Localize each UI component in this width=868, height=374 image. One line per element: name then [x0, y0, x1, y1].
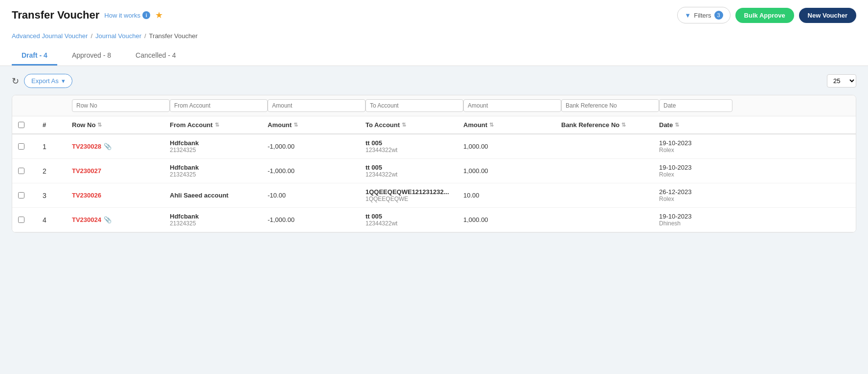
to-account-number: 12344322wt: [365, 147, 463, 154]
toolbar: ↻ Export As ▾ 25 50 100: [12, 74, 856, 88]
row-number: 1: [43, 143, 72, 151]
page-title: Transfer Voucher: [12, 9, 99, 22]
filter-row: [12, 95, 856, 116]
date-sub: Rolex: [659, 171, 732, 178]
col-bank-ref: Bank Reference No: [561, 121, 619, 129]
filter-icon: ▼: [685, 12, 691, 19]
row-checkbox-cell: [18, 143, 43, 150]
main-content: ↻ Export As ▾ 25 50 100: [0, 66, 868, 241]
filters-count: 3: [714, 11, 723, 20]
voucher-link[interactable]: TV230026: [72, 192, 101, 199]
voucher-link[interactable]: TV230027: [72, 167, 101, 175]
date-value: 19-10-2023: [659, 164, 732, 171]
filter-amount2[interactable]: [463, 99, 561, 112]
filter-to-account[interactable]: [365, 99, 463, 112]
from-account-name: Ahli Saeed account: [170, 192, 268, 199]
col-amount: Amount: [268, 121, 292, 129]
from-account-cell: Hdfcbank 21324325: [170, 213, 268, 227]
to-account-number: 12344322wt: [365, 220, 463, 227]
attachment-icon: 📎: [104, 143, 112, 150]
date-cell: 26-12-2023 Rolex: [659, 188, 732, 202]
col-row-no: Row No: [72, 121, 95, 129]
sort-amount-icon[interactable]: ⇅: [294, 122, 298, 128]
to-account-name: tt 005: [365, 164, 463, 171]
date-value: 19-10-2023: [659, 139, 732, 147]
to-account-number: 12344322wt: [365, 171, 463, 178]
from-account-number: 21324325: [170, 147, 268, 154]
sort-from-account-icon[interactable]: ⇅: [215, 122, 219, 128]
to-account-name: 1QQEEQEQWE121231232...: [365, 188, 463, 196]
table-container: # Row No ⇅ From Account ⇅ Amount ⇅ To Ac…: [12, 95, 856, 233]
filter-date[interactable]: [659, 99, 732, 112]
top-bar: Transfer Voucher How it works i ★ ▼ Filt…: [0, 0, 868, 66]
to-account-cell: 1QQEEQEQWE121231232... 1QQEEQEQWE: [365, 188, 463, 202]
row-checkbox[interactable]: [18, 217, 24, 223]
sort-row-no-icon[interactable]: ⇅: [97, 122, 102, 128]
date-cell: 19-10-2023 Rolex: [659, 164, 732, 178]
filters-button[interactable]: ▼ Filters 3: [677, 7, 730, 23]
row-checkbox-cell: [18, 168, 43, 174]
date-sub: Rolex: [659, 147, 732, 154]
filter-row-no[interactable]: [72, 99, 170, 112]
tab-cancelled[interactable]: Cancelled - 4: [126, 46, 186, 66]
table-header: # Row No ⇅ From Account ⇅ Amount ⇅ To Ac…: [12, 116, 856, 134]
how-it-works-link[interactable]: How it works i: [104, 11, 150, 19]
date-value: 26-12-2023: [659, 188, 732, 196]
sort-bank-ref-icon[interactable]: ⇅: [621, 122, 626, 128]
to-account-cell: tt 005 12344322wt: [365, 213, 463, 227]
row-checkbox[interactable]: [18, 143, 24, 150]
col-amount2: Amount: [463, 121, 487, 129]
sort-to-account-icon[interactable]: ⇅: [402, 122, 406, 128]
per-page-select[interactable]: 25 50 100: [827, 74, 856, 88]
to-account-cell: tt 005 12344322wt: [365, 139, 463, 154]
from-account-number: 21324325: [170, 220, 268, 227]
to-account-name: tt 005: [365, 139, 463, 147]
tab-draft[interactable]: Draft - 4: [12, 46, 57, 66]
voucher-id-cell: TV230028 📎: [72, 143, 170, 150]
new-voucher-button[interactable]: New Voucher: [799, 8, 856, 23]
voucher-id-cell: TV230026: [72, 192, 170, 199]
to-amount-cell: 10.00: [463, 192, 561, 199]
from-amount-cell: -1,000.00: [268, 143, 365, 150]
breadcrumb-item-1[interactable]: Advanced Journal Voucher: [12, 32, 88, 40]
row-checkbox[interactable]: [18, 168, 24, 174]
voucher-link[interactable]: TV230024: [72, 216, 101, 223]
sort-amount2-icon[interactable]: ⇅: [489, 122, 494, 128]
col-from-account: From Account: [170, 121, 213, 129]
from-amount-cell: -10.00: [268, 192, 365, 199]
col-hash: #: [43, 121, 46, 129]
from-account-number: 21324325: [170, 171, 268, 178]
date-cell: 19-10-2023 Rolex: [659, 139, 732, 154]
breadcrumb: Advanced Journal Voucher / Journal Vouch…: [12, 28, 856, 44]
breadcrumb-sep-2: /: [144, 32, 146, 40]
date-cell: 19-10-2023 Dhinesh: [659, 213, 732, 227]
bulk-approve-button[interactable]: Bulk Approve: [735, 8, 794, 23]
select-all-checkbox[interactable]: [18, 122, 24, 128]
toolbar-left: ↻ Export As ▾: [12, 74, 72, 88]
row-checkbox-cell: [18, 192, 43, 198]
from-account-name: Hdfcbank: [170, 139, 268, 147]
to-account-cell: tt 005 12344322wt: [365, 164, 463, 178]
voucher-id-cell: TV230027: [72, 167, 170, 175]
filter-amount[interactable]: [268, 99, 365, 112]
date-sub: Dhinesh: [659, 220, 732, 227]
star-icon[interactable]: ★: [155, 10, 163, 21]
voucher-link[interactable]: TV230028: [72, 143, 101, 150]
date-sub: Rolex: [659, 196, 732, 202]
tab-approved[interactable]: Approved - 8: [62, 46, 121, 66]
filter-bank-ref[interactable]: [561, 99, 659, 112]
from-account-cell: Ahli Saeed account: [170, 192, 268, 199]
sort-date-icon[interactable]: ⇅: [675, 122, 679, 128]
per-page-selector: 25 50 100: [827, 74, 856, 88]
export-button[interactable]: Export As ▾: [24, 74, 72, 88]
breadcrumb-item-2[interactable]: Journal Voucher: [95, 32, 141, 40]
row-checkbox[interactable]: [18, 192, 24, 198]
to-amount-cell: 1,000.00: [463, 216, 561, 223]
table-body: 1 TV230028 📎 Hdfcbank 21324325 -1,000.00…: [12, 134, 856, 232]
col-to-account: To Account: [365, 121, 400, 129]
refresh-button[interactable]: ↻: [12, 76, 19, 87]
row-checkbox-cell: [18, 217, 43, 223]
filter-from-account[interactable]: [170, 99, 268, 112]
row-number: 3: [43, 192, 72, 199]
from-amount-cell: -1,000.00: [268, 167, 365, 175]
